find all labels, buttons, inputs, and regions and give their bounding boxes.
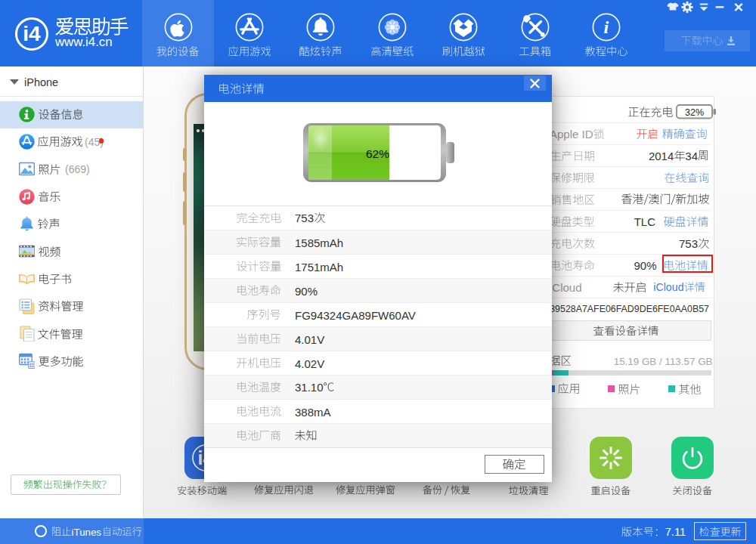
svg-text:32%: 32%: [685, 107, 704, 118]
